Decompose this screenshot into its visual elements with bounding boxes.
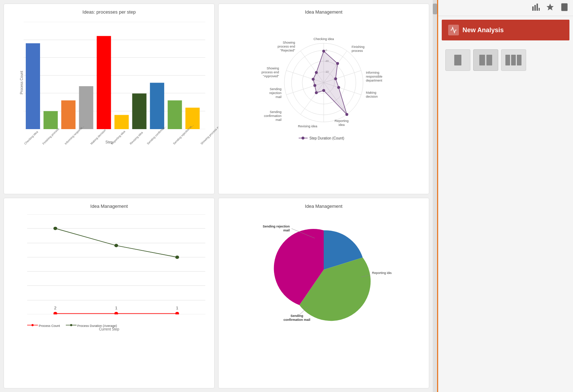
line-chart-svg: 0 2.5M 5M 7.5M 10M 12.5M 15M 17.5M xyxy=(27,214,205,314)
svg-text:1: 1 xyxy=(176,306,178,310)
svg-rect-16 xyxy=(61,101,75,129)
svg-point-96 xyxy=(175,312,179,314)
svg-point-110 xyxy=(70,324,72,326)
svg-point-47 xyxy=(322,89,325,92)
pie-chart-title: Idea Management xyxy=(224,204,423,209)
svg-text:Making: Making xyxy=(366,91,376,94)
bar-label-6: Revising idea xyxy=(129,131,143,145)
svg-point-48 xyxy=(315,91,318,94)
svg-point-95 xyxy=(114,312,118,314)
svg-rect-19 xyxy=(114,115,129,129)
bar-chart-icon[interactable] xyxy=(532,3,540,13)
svg-point-49 xyxy=(313,84,316,87)
svg-rect-128 xyxy=(454,55,461,65)
line-x-axis-label: Current Step xyxy=(99,327,119,331)
radar-chart-card: Idea Management xyxy=(218,4,429,194)
svg-point-76 xyxy=(302,137,304,139)
pie-chart-card: Idea Management Sending rejection xyxy=(218,198,429,388)
bar-label-4: Making decision xyxy=(90,128,107,145)
svg-text:Reporting: Reporting xyxy=(334,119,348,123)
svg-text:process: process xyxy=(352,49,363,53)
layout-triple-button[interactable] xyxy=(501,49,526,71)
svg-text:Showing: Showing xyxy=(266,67,279,70)
bottom-charts-row: Idea Management 0 xyxy=(4,198,429,388)
svg-text:Step Duration (Count): Step Duration (Count) xyxy=(309,136,344,140)
svg-text:decision: decision xyxy=(366,95,378,98)
scrollbar-thumb[interactable] xyxy=(433,4,437,14)
svg-point-102 xyxy=(175,256,179,259)
bar-chart-card: Ideas: processes per step Process Count xyxy=(4,4,215,194)
svg-text:idea: idea xyxy=(338,123,344,127)
line-legend-2: Process Duration (Average) xyxy=(66,323,117,328)
svg-text:process end: process end xyxy=(278,45,295,48)
svg-rect-130 xyxy=(486,55,492,65)
svg-rect-17 xyxy=(79,86,93,129)
svg-point-43 xyxy=(336,62,339,65)
svg-rect-20 xyxy=(132,93,147,129)
svg-text:mail: mail xyxy=(283,229,290,232)
new-analysis-label: New Analysis xyxy=(462,26,504,34)
svg-text:process end: process end xyxy=(261,70,279,74)
svg-text:Finishing: Finishing xyxy=(352,45,364,49)
svg-rect-18 xyxy=(97,36,111,129)
svg-point-46 xyxy=(346,113,348,116)
svg-rect-120 xyxy=(534,5,536,11)
top-charts-row: Ideas: processes per step Process Count xyxy=(4,4,429,194)
layout-double-button[interactable] xyxy=(473,49,498,71)
bar-label-2: Finishing process xyxy=(42,127,60,145)
analysis-icon xyxy=(448,25,459,35)
sidebar-topbar xyxy=(438,0,573,16)
bar-chart-title: Ideas: processes per step xyxy=(9,9,209,15)
svg-point-108 xyxy=(31,324,34,326)
svg-text:mail: mail xyxy=(275,118,281,122)
scrollbar[interactable] xyxy=(433,0,437,392)
new-analysis-button[interactable]: New Analysis xyxy=(442,20,569,40)
line-chart-title: Idea Management xyxy=(9,204,209,209)
svg-rect-133 xyxy=(517,55,521,65)
svg-text:Showing: Showing xyxy=(283,41,295,44)
line-chart-card: Idea Management 0 xyxy=(4,198,215,388)
svg-rect-131 xyxy=(505,55,510,65)
bar-chart-svg: 0 5 10 15 20 25 30 xyxy=(24,22,205,129)
svg-text:2: 2 xyxy=(54,306,57,310)
svg-point-101 xyxy=(114,244,118,247)
svg-text:Informing: Informing xyxy=(366,71,379,74)
svg-point-50 xyxy=(312,78,315,80)
svg-text:"Rejected": "Rejected" xyxy=(280,49,295,52)
svg-point-44 xyxy=(334,77,337,80)
svg-rect-122 xyxy=(539,8,540,11)
radar-chart-title: Idea Management xyxy=(224,9,423,15)
layout-options xyxy=(442,46,569,74)
main-content: Ideas: processes per step Process Count xyxy=(0,0,433,392)
svg-text:responsible: responsible xyxy=(366,75,382,78)
svg-text:0: 0 xyxy=(325,49,327,52)
bar-label-1: Checking idea xyxy=(24,130,39,145)
star-icon[interactable] xyxy=(546,3,554,13)
svg-text:Checking idea: Checking idea xyxy=(313,37,334,41)
svg-text:Sending: Sending xyxy=(290,314,303,318)
svg-text:confirmation mail: confirmation mail xyxy=(283,318,310,322)
bar-y-axis-label: Process Count xyxy=(20,71,24,94)
svg-rect-129 xyxy=(479,55,485,65)
svg-text:department: department xyxy=(366,79,382,82)
svg-rect-15 xyxy=(44,111,58,129)
svg-marker-123 xyxy=(547,4,554,10)
svg-text:rejection: rejection xyxy=(269,91,281,95)
layout-single-button[interactable] xyxy=(445,49,470,71)
svg-rect-132 xyxy=(511,55,516,65)
svg-point-51 xyxy=(315,71,318,74)
svg-point-94 xyxy=(53,312,57,314)
svg-text:confirmation: confirmation xyxy=(264,114,281,118)
document-icon[interactable] xyxy=(560,3,569,13)
svg-marker-41 xyxy=(313,51,347,114)
svg-rect-22 xyxy=(168,101,182,129)
sidebar: New Analysis xyxy=(437,0,573,392)
svg-point-100 xyxy=(53,227,57,230)
svg-rect-119 xyxy=(532,6,534,11)
bar-x-axis-label: Step xyxy=(106,140,113,144)
svg-text:Sending: Sending xyxy=(270,110,281,114)
svg-rect-14 xyxy=(26,43,40,129)
svg-text:"Approved": "Approved" xyxy=(263,74,279,78)
svg-text:1: 1 xyxy=(115,306,118,310)
radar-chart-svg: 10 20 0 xyxy=(252,24,395,145)
